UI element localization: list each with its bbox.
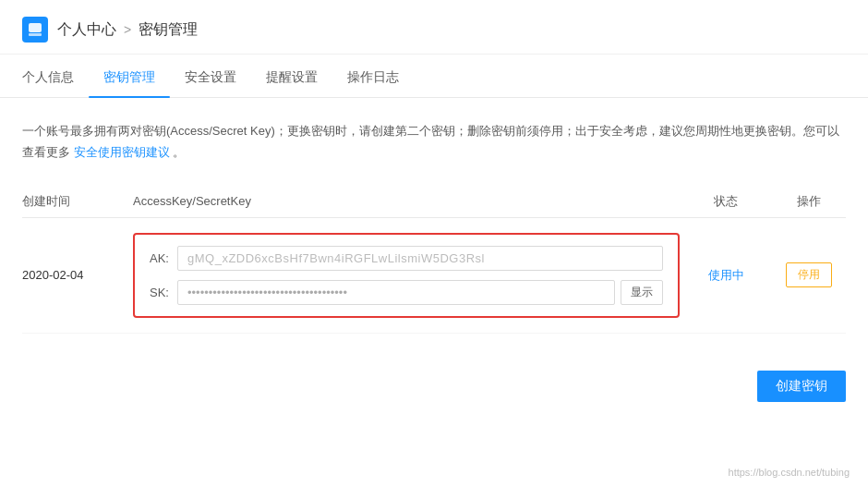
breadcrumb-home[interactable]: 个人中心 xyxy=(57,20,116,40)
watermark: https://blog.csdn.net/tubing xyxy=(729,467,850,478)
breadcrumb-current: 密钥管理 xyxy=(139,20,198,40)
tab-key-management[interactable]: 密钥管理 xyxy=(89,58,170,97)
breadcrumb-separator: > xyxy=(124,22,131,37)
row-status: 使用中 xyxy=(680,267,772,284)
tab-personal-info[interactable]: 个人信息 xyxy=(22,58,89,97)
show-sk-button[interactable]: 显示 xyxy=(621,280,663,305)
description-suffix: 。 xyxy=(173,145,185,159)
tab-reminder-settings[interactable]: 提醒设置 xyxy=(251,58,332,97)
tab-operation-log[interactable]: 操作日志 xyxy=(332,58,414,97)
description-block: 一个账号最多拥有两对密钥(Access/Secret Key)；更换密钥时，请创… xyxy=(22,120,846,164)
create-key-button[interactable]: 创建密钥 xyxy=(757,371,846,402)
sk-label: SK: xyxy=(150,286,177,299)
ak-row: AK: xyxy=(150,246,663,271)
key-card-border: AK: SK: 显示 xyxy=(133,233,680,318)
th-action: 操作 xyxy=(772,193,846,210)
status-badge: 使用中 xyxy=(708,268,744,282)
tab-security-settings[interactable]: 安全设置 xyxy=(170,58,251,97)
security-tips-link[interactable]: 安全使用密钥建议 xyxy=(74,145,170,159)
page: 个人中心 > 密钥管理 个人信息 密钥管理 安全设置 提醒设置 操作日志 一个账… xyxy=(0,0,868,487)
th-time: 创建时间 xyxy=(22,193,133,210)
table-row: 2020-02-04 AK: SK: 显示 使用中 xyxy=(22,218,846,334)
ak-label: AK: xyxy=(150,251,177,265)
main-content: 一个账号最多拥有两对密钥(Access/Secret Key)；更换密钥时，请创… xyxy=(0,98,868,356)
header: 个人中心 > 密钥管理 xyxy=(0,0,868,55)
th-status: 状态 xyxy=(680,193,772,210)
row-action: 停用 xyxy=(772,262,846,287)
th-key: AccessKey/SecretKey xyxy=(133,194,680,208)
ak-input[interactable] xyxy=(177,246,663,271)
svg-rect-1 xyxy=(29,33,42,36)
sk-row: SK: 显示 xyxy=(150,280,663,305)
sk-input[interactable] xyxy=(177,280,615,305)
tabs-bar: 个人信息 密钥管理 安全设置 提醒设置 操作日志 xyxy=(0,58,868,98)
breadcrumb: 个人中心 > 密钥管理 xyxy=(57,20,198,40)
row-key-card: AK: SK: 显示 xyxy=(133,233,680,318)
table-header: 创建时间 AccessKey/SecretKey 状态 操作 xyxy=(22,186,846,218)
user-center-icon xyxy=(22,17,48,43)
create-btn-area: 创建密钥 xyxy=(0,356,868,424)
svg-rect-0 xyxy=(29,23,42,32)
disable-button[interactable]: 停用 xyxy=(786,262,832,287)
row-date: 2020-02-04 xyxy=(22,268,133,282)
